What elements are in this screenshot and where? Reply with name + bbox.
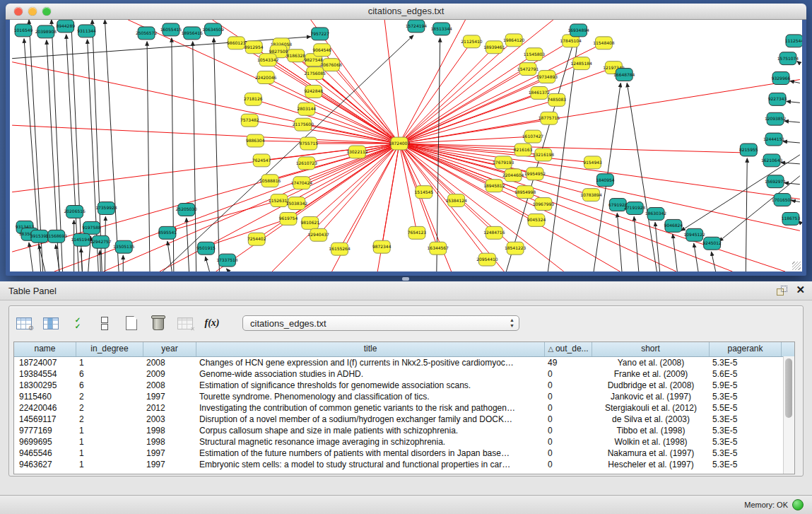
graph-node[interactable]: 10783894 xyxy=(580,189,602,201)
graph-node[interactable]: 2718126 xyxy=(244,93,263,105)
graph-node[interactable]: 9064546 xyxy=(312,44,331,57)
graph-node[interactable]: 8755715 xyxy=(300,137,319,150)
graph-node[interactable]: 16934894 xyxy=(567,24,589,37)
graph-node[interactable]: 15724194 xyxy=(406,20,428,33)
graph-node[interactable]: 16344567 xyxy=(428,242,449,255)
graph-node[interactable]: 15384124 xyxy=(445,194,467,207)
graph-node[interactable]: 12484716 xyxy=(483,226,505,239)
graph-node[interactable]: 18461372 xyxy=(529,86,551,99)
table-row[interactable]: 946362711997Embryonic stem cells: a mode… xyxy=(14,459,794,470)
graph-node[interactable]: 12485184 xyxy=(570,57,592,70)
graph-node[interactable]: 9197588 xyxy=(82,221,101,234)
graph-node[interactable]: 11548408 xyxy=(593,37,615,49)
table-row[interactable]: 1456911722003Disruption of a novel membe… xyxy=(14,414,794,425)
graph-node[interactable]: 18541223 xyxy=(505,242,526,255)
graph-node[interactable]: 7573482 xyxy=(240,114,259,127)
graph-node[interactable]: 10634509 xyxy=(202,23,224,36)
graph-node[interactable]: 20676068 xyxy=(320,59,342,71)
table-row[interactable]: 2242004622012Investigating the contribut… xyxy=(14,402,794,414)
column-header-title[interactable]: title xyxy=(196,342,545,356)
graph-node[interactable]: 22420046 xyxy=(255,71,277,84)
graph-node[interactable]: 20954410 xyxy=(476,253,498,266)
graph-node[interactable]: 18939461 xyxy=(483,41,505,54)
graph-node[interactable]: 9886304 xyxy=(246,134,265,147)
graph-node[interactable]: 9245012 xyxy=(702,237,722,250)
graph-node[interactable]: 9329966 xyxy=(772,72,791,85)
graph-node[interactable]: 9227343 xyxy=(768,93,787,105)
graph-node[interactable]: 15751074 xyxy=(777,52,799,65)
column-header-year[interactable]: year xyxy=(143,342,196,356)
window-resize-grip[interactable] xyxy=(792,262,801,270)
graph-node[interactable]: 9501915 xyxy=(196,242,216,255)
table-row[interactable]: 1872400712008Changes of HCN gene express… xyxy=(14,357,794,368)
table-row[interactable]: 946554611997Estimation of the future num… xyxy=(14,448,794,459)
new-table-button[interactable] xyxy=(122,314,141,332)
graph-node[interactable]: 13216198 xyxy=(533,148,555,161)
graph-node[interactable]: 17359928 xyxy=(95,202,117,215)
graph-node[interactable]: 20206516 xyxy=(64,206,86,218)
graph-node[interactable]: 17470424 xyxy=(291,177,313,189)
graph-node[interactable]: 25205030 xyxy=(176,204,198,216)
graph-node[interactable]: 7485083 xyxy=(548,93,567,106)
network-canvas-svg[interactable]: 9860123891295418226058982750910543342818… xyxy=(10,20,802,271)
graph-node[interactable]: 9619754 xyxy=(279,212,298,225)
table-row[interactable]: 1938455462009Genome-wide association stu… xyxy=(14,368,794,380)
column-header-out_de[interactable]: △ out_de... xyxy=(545,342,592,356)
graph-node[interactable]: 10588816 xyxy=(259,175,281,187)
graph-node[interactable]: 21175600 xyxy=(293,118,314,131)
graph-node[interactable]: 12942757 xyxy=(90,235,112,248)
network-canvas[interactable]: 9860123891295418226058982750910543342818… xyxy=(10,20,802,271)
graph-node[interactable]: 17016504 xyxy=(772,194,794,206)
scrollbar-thumb[interactable] xyxy=(785,358,792,418)
graph-node[interactable]: 8912954 xyxy=(245,41,264,54)
graph-node[interactable]: 8595541 xyxy=(158,226,177,239)
graph-node[interactable]: 13505135 xyxy=(113,240,135,253)
memory-status-indicator[interactable] xyxy=(792,499,804,510)
table-row[interactable]: 969969511998Structural magnetic resonanc… xyxy=(14,436,794,448)
graph-node[interactable]: 25056572 xyxy=(136,27,158,40)
graph-node[interactable]: 8944289 xyxy=(56,20,75,33)
table-row[interactable]: 911546021997Tourette syndrome. Phenomeno… xyxy=(14,391,794,402)
graph-node[interactable]: 21756085 xyxy=(305,67,326,80)
graph-node[interactable]: 1840954 xyxy=(596,174,615,187)
column-header-in_degree[interactable]: in_degree xyxy=(76,342,143,356)
graph-node[interactable]: 18945812 xyxy=(483,180,505,192)
graph-node[interactable]: 16155264 xyxy=(329,243,351,255)
graph-node[interactable]: 20398908 xyxy=(35,25,57,38)
graph-node[interactable]: 10945122 xyxy=(684,228,706,241)
row-height-button[interactable] xyxy=(95,314,114,332)
graph-node[interactable]: 21125410 xyxy=(461,35,483,48)
column-header-short[interactable]: short xyxy=(592,342,710,356)
table-vertical-scrollbar[interactable] xyxy=(783,356,794,474)
graph-node[interactable]: 1186753 xyxy=(782,212,801,225)
function-builder-button[interactable]: f(x) xyxy=(203,314,221,332)
column-header-name[interactable]: name xyxy=(14,342,76,356)
graph-node[interactable]: 18956416 xyxy=(182,27,204,40)
select-columns-button[interactable]: ✓ ✓ xyxy=(69,314,87,332)
graph-node[interactable]: 9045324 xyxy=(527,214,546,226)
graph-node[interactable]: 15472791 xyxy=(517,63,539,76)
float-panel-icon[interactable] xyxy=(777,286,787,296)
graph-node[interactable]: 12610723 xyxy=(296,157,318,170)
graph-node[interactable]: 10543342 xyxy=(257,54,279,66)
graph-node[interactable]: 22044604 xyxy=(502,169,524,182)
graph-node[interactable]: 9311344 xyxy=(77,25,96,37)
graph-node[interactable]: 27191928 xyxy=(624,202,646,215)
graph-node[interactable]: 12093852 xyxy=(765,112,787,125)
column-header-pagerank[interactable]: pagerank xyxy=(710,342,782,356)
graph-node[interactable]: 19954952 xyxy=(524,168,546,180)
graph-node[interactable]: 1112544 xyxy=(785,35,802,47)
graph-node[interactable]: 9154943 xyxy=(583,156,602,169)
graph-node[interactable]: 9046824 xyxy=(664,219,683,232)
graph-node[interactable]: 9242848 xyxy=(304,85,323,98)
graph-node[interactable]: 7957227 xyxy=(310,28,329,40)
delete-table-button[interactable] xyxy=(149,314,167,332)
graph-node[interactable]: 13022112 xyxy=(346,146,368,158)
graph-node[interactable]: 7624547 xyxy=(252,154,271,167)
graph-node[interactable]: 18775715 xyxy=(539,112,560,124)
graph-node[interactable]: 16107427 xyxy=(522,130,544,143)
graph-node[interactable]: 7654123 xyxy=(408,226,427,239)
table-row[interactable]: 1830029562008Estimation of significance … xyxy=(14,380,794,391)
graph-node[interactable]: 15038342 xyxy=(286,197,308,210)
graph-node[interactable]: 18630342 xyxy=(645,208,667,221)
